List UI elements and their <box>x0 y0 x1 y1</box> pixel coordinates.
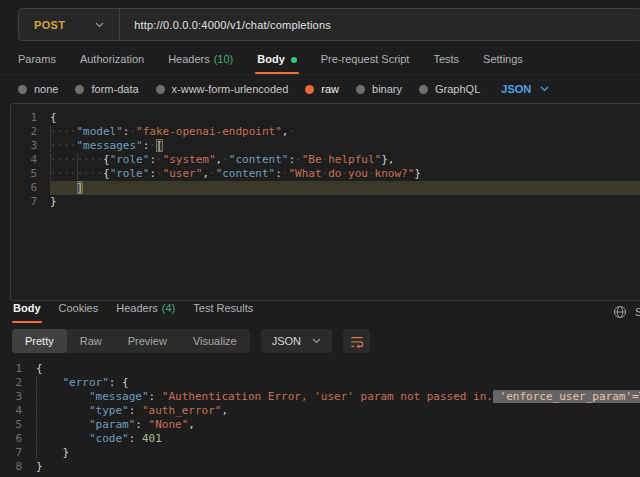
tab-label: Settings <box>483 53 523 65</box>
tab-label: Pre-request Script <box>321 53 410 65</box>
code-content: } <box>36 460 640 474</box>
code-token: "param" <box>89 418 135 431</box>
code-line: 3····"messages":·[ <box>11 139 640 153</box>
radio-icon <box>356 85 365 94</box>
code-content: "error": { <box>36 376 640 390</box>
tab-label: Body <box>257 53 285 65</box>
body-type-raw[interactable]: raw <box>305 83 339 95</box>
code-line: 8} <box>0 460 640 474</box>
tab-settings[interactable]: Settings <box>471 45 535 74</box>
tab-tests[interactable]: Tests <box>421 45 471 74</box>
view-switcher: PrettyRawPreviewVisualize <box>12 329 250 353</box>
code-token: , <box>188 418 195 431</box>
code-token: ···· <box>50 181 77 194</box>
view-visualize[interactable]: Visualize <box>180 329 250 353</box>
url-input[interactable]: http://0.0.0.0:4000/v1/chat/completions <box>134 19 331 31</box>
radio-icon <box>75 85 84 94</box>
method-selector[interactable]: POST <box>19 19 65 31</box>
tab-headers[interactable]: Headers(10) <box>156 45 245 74</box>
language-selector[interactable]: JSON <box>501 83 549 95</box>
body-type-label: form-data <box>91 83 138 95</box>
code-token: }, <box>381 153 394 166</box>
response-body-editor[interactable]: 1{2 "error": {3 "message": "Authenticati… <box>0 358 640 477</box>
code-token: "role" <box>110 153 150 166</box>
code-token: "Be <box>302 153 322 166</box>
line-number: 1 <box>0 362 22 376</box>
request-body-editor[interactable]: 1{2····"model":·"fake-openai-endpoint",·… <box>10 103 640 301</box>
tab-label: Headers <box>116 302 158 314</box>
body-type-none[interactable]: none <box>18 83 58 95</box>
code-token: · <box>149 139 156 152</box>
code-line: 1{ <box>0 362 640 376</box>
body-type-label: GraphQL <box>435 83 480 95</box>
globe-icon[interactable] <box>613 305 627 319</box>
code-token: ···· <box>77 153 104 166</box>
code-token: · <box>156 153 163 166</box>
code-token: { <box>50 111 57 124</box>
code-content: } <box>36 446 640 460</box>
tab-body[interactable]: Body <box>245 45 309 74</box>
code-token: helpful" <box>328 153 381 166</box>
code-token: ···· <box>50 153 77 166</box>
code-content: "param": "None", <box>36 418 640 432</box>
code-token <box>36 446 63 459</box>
response-tabs-right: S <box>613 294 640 323</box>
view-raw[interactable]: Raw <box>67 329 115 353</box>
code-token: "code" <box>89 432 129 445</box>
code-token: "system" <box>163 153 216 166</box>
code-token: : <box>135 418 142 431</box>
postman-window: POST http://0.0.0.0:4000/v1/chat/complet… <box>0 0 640 477</box>
line-number: 3 <box>11 139 37 153</box>
tab-headers[interactable]: Headers(4) <box>107 294 184 323</box>
format-selector[interactable]: JSON <box>261 329 332 353</box>
code-token: { <box>103 167 110 180</box>
view-pretty[interactable]: Pretty <box>12 329 67 353</box>
code-token: know?" <box>375 167 415 180</box>
code-token: } <box>36 460 43 473</box>
view-preview[interactable]: Preview <box>115 329 180 353</box>
line-number: 8 <box>0 460 22 474</box>
format-selector-label: JSON <box>272 335 301 347</box>
tab-label: Params <box>18 53 56 65</box>
code-token: { <box>103 153 110 166</box>
code-token: · <box>156 167 163 180</box>
code-token <box>36 432 89 445</box>
tab-label: Authorization <box>80 53 144 65</box>
tab-label: Tests <box>433 53 459 65</box>
tab-cookies[interactable]: Cookies <box>50 294 108 323</box>
code-token <box>135 432 142 445</box>
body-type-x-www-form-urlencoded[interactable]: x-www-form-urlencoded <box>156 83 289 95</box>
word-wrap-button[interactable] <box>343 329 370 353</box>
code-token: "role" <box>110 167 150 180</box>
code-token: · <box>288 125 295 138</box>
response-toolbar: PrettyRawPreviewVisualize JSON <box>12 329 370 353</box>
code-line: 1{ <box>11 111 640 125</box>
code-content: } <box>50 195 640 209</box>
tab-params[interactable]: Params <box>6 45 68 74</box>
code-line: 5········{"role":·"user",·"content":·"Wh… <box>11 167 640 181</box>
code-line: 6 "code": 401 <box>0 432 640 446</box>
body-type-binary[interactable]: binary <box>356 83 402 95</box>
tab-pre-request-script[interactable]: Pre-request Script <box>309 45 422 74</box>
code-content: "type": "auth_error", <box>36 404 640 418</box>
body-type-graphql[interactable]: GraphQL <box>419 83 480 95</box>
code-content: "message": "Authentication Error, 'user'… <box>36 390 640 404</box>
chevron-down-icon[interactable] <box>95 22 104 28</box>
code-token <box>36 376 63 389</box>
tab-test-results[interactable]: Test Results <box>184 294 262 323</box>
code-token <box>135 404 142 417</box>
code-token: "content" <box>216 167 276 180</box>
tab-body[interactable]: Body <box>4 294 50 323</box>
body-type-label: none <box>34 83 58 95</box>
code-token: [ <box>156 139 163 152</box>
tab-label: Test Results <box>193 302 253 314</box>
body-type-form-data[interactable]: form-data <box>75 83 138 95</box>
code-token: 'enforce_user_param'=True" <box>493 390 640 403</box>
radio-icon <box>305 85 314 94</box>
language-selector-label: JSON <box>501 83 531 95</box>
code-line: 7} <box>11 195 640 209</box>
code-token: "Authentication Error, 'user' param not … <box>162 390 493 403</box>
code-content: { <box>36 362 640 376</box>
code-token: { <box>36 362 43 375</box>
tab-authorization[interactable]: Authorization <box>68 45 156 74</box>
